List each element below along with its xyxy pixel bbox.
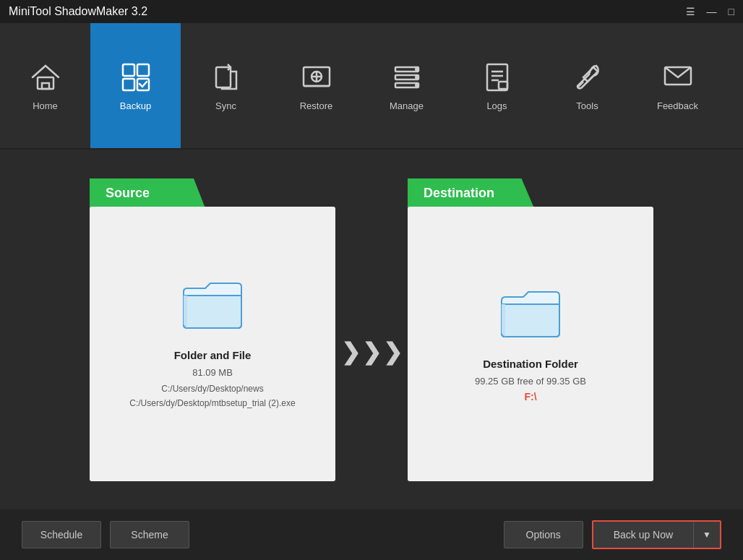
svg-rect-18 (487, 64, 507, 90)
nav-item-manage[interactable]: Manage (361, 23, 452, 148)
destination-folder-icon (498, 286, 563, 343)
schedule-button[interactable]: Schedule (22, 521, 101, 548)
nav-label-feedback: Feedback (657, 100, 698, 111)
main-content: Source Folder and File 81.09 MB C:/Users… (0, 150, 743, 509)
arrow-2: ❯ (362, 338, 382, 366)
minimize-button[interactable]: — (707, 6, 717, 17)
nav-item-tools[interactable]: Tools (542, 23, 632, 148)
arrow-1: ❯ (341, 338, 361, 366)
options-button[interactable]: Options (504, 521, 583, 548)
source-card[interactable]: Folder and File 81.09 MB C:/Users/dy/Des… (90, 207, 335, 481)
nav-label-manage: Manage (390, 100, 424, 111)
destination-label: Destination (408, 178, 534, 208)
nav-label-logs: Logs (486, 100, 507, 111)
bottom-toolbar: Schedule Scheme Options Back up Now ▼ (0, 509, 743, 560)
sync-icon (209, 60, 244, 95)
tools-icon (570, 60, 605, 95)
nav-item-feedback[interactable]: Feedback (632, 23, 723, 148)
backup-now-button[interactable]: Back up Now (593, 522, 693, 548)
source-label: Source (90, 178, 205, 208)
svg-rect-22 (499, 82, 507, 89)
app-title: MiniTool ShadowMaker 3.2 (9, 5, 147, 18)
source-wrapper: Source Folder and File 81.09 MB C:/Users… (90, 178, 335, 481)
source-paths: C:/Users/dy/Desktop/news C:/Users/dy/Des… (129, 382, 295, 410)
manage-icon (390, 60, 424, 95)
source-title: Folder and File (174, 349, 252, 361)
source-folder-icon (180, 277, 245, 335)
svg-point-15 (415, 67, 419, 72)
nav-item-backup[interactable]: Backup (90, 23, 181, 148)
svg-point-17 (415, 83, 419, 87)
restore-icon (299, 60, 334, 95)
destination-free-space: 99.25 GB free of 99.35 GB (475, 376, 586, 387)
nav-item-logs[interactable]: Logs (452, 23, 542, 148)
home-icon (28, 60, 63, 95)
nav-item-sync[interactable]: Sync (181, 23, 271, 148)
backup-now-group: Back up Now ▼ (592, 520, 721, 549)
logs-icon (480, 60, 515, 95)
nav-label-sync: Sync (215, 100, 236, 111)
cards-row: Source Folder and File 81.09 MB C:/Users… (36, 171, 707, 488)
backup-now-dropdown-button[interactable]: ▼ (693, 522, 720, 548)
destination-title: Destination Folder (483, 358, 578, 370)
navbar: Home Backup Sync (0, 23, 743, 150)
backup-icon (119, 60, 153, 95)
titlebar: MiniTool ShadowMaker 3.2 ☰ — □ (0, 0, 743, 23)
maximize-button[interactable]: □ (729, 6, 734, 17)
nav-item-restore[interactable]: Restore (271, 23, 361, 148)
destination-card[interactable]: Destination Folder 99.25 GB free of 99.3… (408, 207, 653, 481)
scheme-button[interactable]: Scheme (110, 521, 189, 548)
source-size: 81.09 MB (192, 367, 233, 378)
arrow-3: ❯ (383, 338, 403, 366)
menu-button[interactable]: ☰ (686, 6, 695, 17)
svg-point-16 (415, 75, 419, 79)
arrows-area: ❯ ❯ ❯ (335, 295, 408, 366)
svg-rect-2 (123, 64, 134, 76)
nav-label-restore: Restore (300, 100, 333, 111)
source-label-area: Source (90, 178, 205, 208)
svg-rect-3 (137, 64, 149, 76)
svg-rect-1 (42, 83, 49, 89)
nav-label-backup: Backup (120, 100, 151, 111)
feedback-icon (661, 60, 695, 95)
nav-item-home[interactable]: Home (0, 23, 90, 148)
destination-label-area: Destination (408, 178, 534, 208)
nav-label-home: Home (33, 100, 58, 111)
destination-wrapper: Destination Destination Folder 99.25 GB … (408, 178, 653, 481)
forward-arrows: ❯ ❯ ❯ (341, 338, 403, 366)
nav-label-tools: Tools (576, 100, 598, 111)
svg-rect-4 (123, 79, 134, 90)
titlebar-controls: ☰ — □ (686, 6, 734, 17)
destination-drive: F:\ (524, 391, 536, 402)
